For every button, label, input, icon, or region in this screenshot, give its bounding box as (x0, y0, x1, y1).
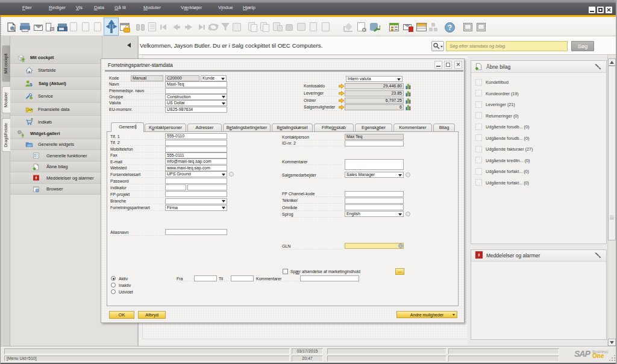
svg-text:$: $ (30, 82, 33, 87)
